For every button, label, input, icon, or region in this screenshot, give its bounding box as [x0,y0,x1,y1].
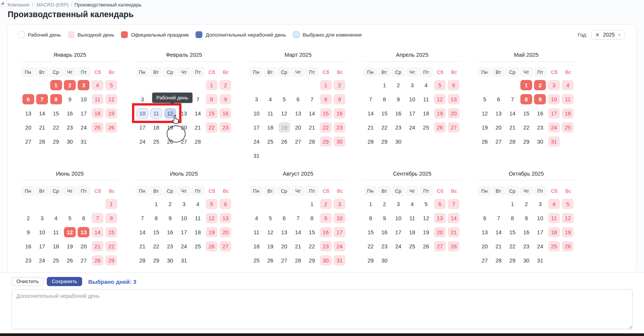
day-cell[interactable]: 9 [334,94,345,104]
day-cell[interactable]: 7 [507,94,518,104]
day-cell[interactable]: 23 [334,122,345,133]
day-cell[interactable]: 4 [406,199,418,209]
day-cell[interactable]: 7 [365,94,377,104]
day-cell[interactable]: 20 [78,241,89,251]
day-cell[interactable]: 5 [64,213,76,223]
day-cell[interactable]: 14 [507,108,518,118]
day-cell[interactable]: 15 [306,227,318,237]
day-cell[interactable]: 22 [50,122,62,133]
day-cell[interactable]: 3 [137,94,148,104]
day-cell[interactable]: 15 [378,108,390,118]
day-cell[interactable]: 18 [192,227,204,237]
day-cell[interactable]: 16 [22,241,34,251]
day-cell[interactable]: 14 [365,108,377,118]
day-cell[interactable]: 23 [393,122,404,133]
day-cell[interactable]: 10 [178,213,190,223]
day-cell[interactable]: 15 [150,227,162,237]
day-cell[interactable]: 7 [137,213,148,223]
day-cell[interactable]: 11 [192,213,204,223]
day-cell[interactable]: 28 [306,136,318,147]
day-cell[interactable]: 30 [164,255,176,266]
day-cell[interactable]: 6 [434,199,446,209]
day-cell[interactable]: 17 [137,122,148,133]
day-cell[interactable]: 12 [420,213,432,223]
day-cell[interactable]: 20 [434,227,446,237]
day-cell[interactable]: 5 [206,199,218,209]
day-cell[interactable]: 15 [520,108,532,118]
day-cell[interactable]: 28 [507,136,518,147]
day-cell[interactable]: 27 [493,136,504,147]
day-cell[interactable]: 3 [406,80,418,90]
day-cell[interactable]: 15 [507,227,518,237]
day-cell[interactable]: 13 [493,108,504,118]
day-cell[interactable]: 5 [479,94,491,104]
day-cell[interactable]: 6 [292,94,304,104]
day-cell[interactable]: 24 [78,122,89,133]
day-cell[interactable]: 16 [320,227,332,237]
day-cell[interactable]: 25 [150,136,162,147]
day-cell[interactable]: 22 [520,122,532,133]
day-cell[interactable]: 31 [178,255,190,266]
day-cell[interactable]: 23 [164,241,176,251]
day-cell[interactable]: 19 [420,227,432,237]
day-cell[interactable]: 15 [365,227,377,237]
day-cell[interactable]: 30 [534,136,546,147]
day-cell[interactable]: 22 [365,241,377,251]
day-cell[interactable]: 11 [420,94,432,104]
day-cell[interactable]: 26 [434,122,446,133]
day-cell[interactable]: 23 [520,241,532,251]
day-cell[interactable]: 18 [548,227,560,237]
day-cell[interactable]: 3 [334,199,345,209]
day-cell[interactable]: 10 [78,94,89,104]
day-cell[interactable]: 11 [92,94,103,104]
day-cell[interactable]: 25 [50,255,62,266]
day-cell[interactable]: 15 [105,227,117,237]
day-cell[interactable]: 7 [493,213,504,223]
day-cell[interactable]: 11 [406,213,418,223]
day-cell[interactable]: 27 [448,122,460,133]
day-cell[interactable]: 2 [534,80,546,90]
day-cell[interactable]: 6 [278,213,290,223]
day-cell[interactable]: 4 [92,80,103,90]
day-cell[interactable]: 21 [507,122,518,133]
day-cell[interactable]: 30 [520,255,532,266]
day-cell[interactable]: 8 [150,213,162,223]
day-cell[interactable]: 17 [534,227,546,237]
day-cell[interactable]: 1 [50,80,62,90]
day-cell[interactable]: 3 [534,199,546,209]
day-cell[interactable]: 3 [548,80,560,90]
day-cell[interactable]: 12 [278,108,290,118]
day-cell[interactable]: 21 [36,122,48,133]
day-cell[interactable]: 3 [178,199,190,209]
day-cell[interactable]: 19 [105,108,117,118]
day-cell[interactable]: 15 [206,108,218,118]
day-cell[interactable]: 19 [278,122,290,133]
day-cell[interactable]: 24 [334,241,345,251]
day-cell[interactable]: 6 [479,213,491,223]
day-cell[interactable]: 29 [378,136,390,147]
day-cell[interactable]: 22 [378,122,390,133]
day-cell[interactable]: 21 [192,122,204,133]
day-cell[interactable]: 29 [320,136,332,147]
day-cell[interactable]: 18 [92,108,103,118]
day-cell[interactable]: 2 [378,199,390,209]
day-cell[interactable]: 24 [534,241,546,251]
day-cell[interactable]: 23 [378,241,390,251]
day-cell[interactable]: 11 [562,94,574,104]
day-cell[interactable]: 26 [420,241,432,251]
day-cell[interactable]: 3 [78,80,89,90]
day-cell[interactable]: 26 [64,255,76,266]
day-cell[interactable]: 13 [219,213,231,223]
day-cell[interactable]: 9 [378,213,390,223]
day-cell[interactable]: 16 [64,108,76,118]
day-cell[interactable]: 13 [292,108,304,118]
day-cell[interactable]: 5 [264,213,276,223]
day-cell[interactable]: 9 [393,94,404,104]
day-cell[interactable]: 28 [92,255,103,266]
day-cell[interactable]: 1 [520,80,532,90]
day-cell[interactable]: 12 [434,94,446,104]
day-cell[interactable]: 25 [420,122,432,133]
day-cell[interactable]: 10 [406,94,418,104]
day-cell[interactable]: 25 [264,136,276,147]
day-cell[interactable]: 28 [365,136,377,147]
